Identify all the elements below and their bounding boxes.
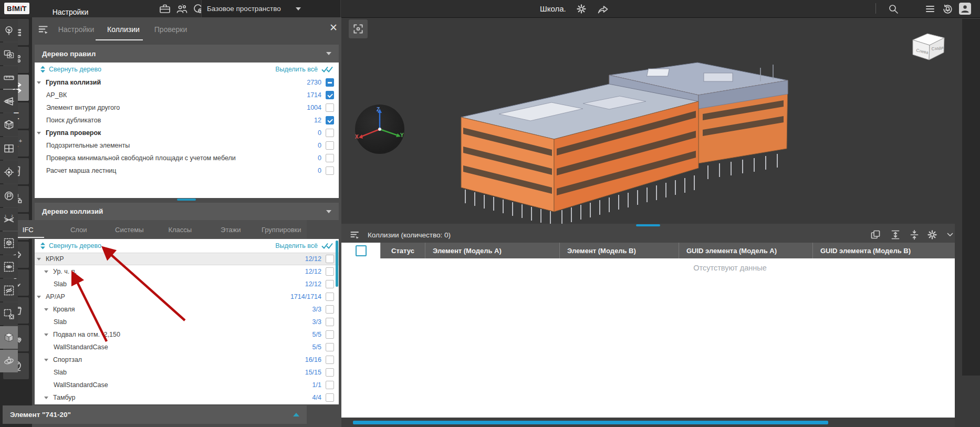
tree-item-checkbox[interactable] [326, 267, 334, 276]
expand-caret-icon[interactable] [44, 270, 48, 273]
tree-row[interactable]: Проверка минимальной свободной площади с… [35, 152, 339, 164]
tree-row[interactable]: Спортзал16/16 [35, 353, 339, 366]
expand-caret-icon[interactable] [44, 334, 48, 336]
sort-icon[interactable] [40, 66, 46, 73]
expand-caret-icon[interactable] [44, 308, 48, 311]
workspace-selector[interactable]: Базовое пространство [201, 0, 341, 17]
table-column-header[interactable]: Элемент (Модель B) [559, 243, 679, 258]
select-all-link[interactable]: Выделить всё [275, 66, 318, 73]
sort-icon[interactable] [40, 242, 46, 249]
element-bar[interactable]: Элемент "741-20" [3, 405, 307, 424]
tool-collision-axes-button[interactable]: 1 2 [0, 208, 18, 231]
panel-menu-icon[interactable] [350, 230, 360, 240]
tool-orbit-view-button[interactable] [0, 350, 18, 372]
table-column-header[interactable]: GUID элемента (Модель A) [679, 243, 812, 258]
search-icon[interactable] [888, 3, 899, 15]
tree-item-checkbox[interactable] [326, 356, 334, 364]
tree-item-checkbox[interactable] [326, 393, 334, 402]
tree-item-checkbox[interactable] [326, 78, 334, 87]
menu-list-icon[interactable] [924, 3, 936, 15]
tree-row[interactable]: Slab3/3 [35, 316, 339, 328]
expand-caret-icon[interactable] [37, 132, 41, 134]
rules-tree-header[interactable]: Дерево правил [35, 45, 339, 63]
tool-select-box-button[interactable] [0, 232, 18, 254]
tree-item-checkbox[interactable] [326, 343, 334, 351]
share-icon[interactable] [597, 3, 608, 15]
tree-tab-слои[interactable]: Слои [54, 220, 105, 239]
settings-icon[interactable] [926, 229, 938, 241]
panel-drag-handle[interactable] [636, 224, 660, 226]
tree-item-checkbox[interactable] [326, 91, 334, 99]
tree-tab-группировки[interactable]: Группировки [256, 220, 307, 239]
tree-row[interactable]: Расчет марша лестниц0 [35, 164, 339, 177]
tree-item-checkbox[interactable] [326, 381, 334, 389]
tree-item-checkbox[interactable] [326, 305, 334, 314]
tool-tree-view-button[interactable] [0, 19, 18, 41]
tree-row[interactable]: WallStandardCase5/5 [35, 341, 339, 353]
select-all-checkbox[interactable] [356, 245, 367, 256]
tool-shaded-view-button[interactable] [0, 326, 18, 349]
tool-clear-selection-button[interactable] [0, 303, 18, 325]
collapse-tree-link[interactable]: Свернуть дерево [49, 66, 101, 73]
collapse-rows-icon[interactable] [909, 229, 920, 241]
expand-caret-icon[interactable] [37, 258, 41, 261]
tab-kollizii[interactable]: Коллизии [100, 17, 147, 41]
tree-row[interactable]: Подвал на отм. -2,1505/5 [35, 328, 339, 341]
tree-tab-этажи[interactable]: Этажи [205, 220, 256, 239]
tree-item-checkbox[interactable] [326, 166, 334, 175]
team-icon[interactable] [175, 3, 189, 15]
expand-caret-icon[interactable] [37, 296, 41, 298]
table-column-header[interactable]: GUID элемента (Модель B) [812, 243, 955, 258]
tree-row[interactable]: Элемент внтури другого1004 [35, 101, 339, 114]
tree-item-checkbox[interactable] [326, 318, 334, 326]
tree-item-checkbox[interactable] [326, 116, 334, 124]
expand-caret-icon[interactable] [44, 359, 48, 361]
tree-row[interactable]: АР_ВК1714 [35, 89, 339, 101]
tree-item-checkbox[interactable] [326, 129, 334, 137]
tree-row[interactable]: КР/КР12/12 [35, 253, 339, 265]
expand-caret-icon[interactable] [44, 397, 48, 399]
fit-view-button[interactable] [349, 19, 368, 38]
tool-locate-button[interactable] [0, 161, 18, 183]
view-cube[interactable]: Слева Сзади [912, 32, 946, 63]
tool-section-plane-button[interactable] [0, 90, 18, 112]
tree-scrollbar[interactable] [336, 241, 338, 287]
tree-tab-системы[interactable]: Системы [104, 220, 155, 239]
tree-item-checkbox[interactable] [326, 154, 334, 162]
expand-caret-icon[interactable] [37, 81, 41, 84]
tree-row[interactable]: Кровля3/3 [35, 303, 339, 316]
tree-row[interactable]: Группа проверок0 [35, 127, 339, 139]
tree-item-checkbox[interactable] [326, 255, 334, 263]
user-avatar-icon[interactable] [959, 3, 971, 15]
collapse-tree-link[interactable]: Свернуть дерево [49, 242, 101, 249]
splitter-handle[interactable] [177, 199, 196, 201]
tree-item-checkbox[interactable] [326, 280, 334, 288]
tree-row[interactable]: WallStandardCase1/1 [35, 379, 339, 391]
notifications-sync-icon[interactable] [942, 3, 954, 15]
app-logo[interactable]: BiMiT [4, 3, 29, 14]
tool-clip-box-button[interactable] [0, 113, 18, 136]
project-settings-gear-icon[interactable] [576, 3, 587, 15]
tab-proverki[interactable]: Проверки [147, 17, 194, 41]
tree-row[interactable]: Slab12/12 [35, 278, 339, 290]
tree-row[interactable]: Подозрительные элементы0 [35, 139, 339, 152]
select-all-link[interactable]: Выделить всё [275, 242, 318, 249]
tool-zoom-to-selection-button[interactable] [0, 43, 18, 65]
tree-row[interactable]: АР/АР1714/1714 [35, 290, 339, 303]
tree-item-checkbox[interactable] [326, 368, 334, 377]
tool-flag-marker-button[interactable] [0, 184, 18, 207]
tool-floorplan-button[interactable] [0, 137, 18, 160]
duplicate-icon[interactable] [870, 229, 881, 241]
tree-tab-классы[interactable]: Классы [155, 220, 206, 239]
close-panel-icon[interactable]: ✕ [329, 24, 338, 32]
tool-hide-selected-button[interactable] [0, 279, 18, 301]
briefcase-icon[interactable] [159, 3, 171, 15]
tree-item-checkbox[interactable] [326, 141, 334, 150]
expand-rows-icon[interactable] [890, 229, 901, 241]
tree-row[interactable]: Ур. ч. п.12/12 [35, 265, 339, 278]
table-column-header[interactable]: Статус [380, 243, 425, 258]
tool-measure-button[interactable] [0, 66, 18, 89]
chevron-down-icon[interactable] [944, 229, 956, 241]
tool-show-selected-button[interactable] [0, 255, 18, 278]
tab-nastroyki[interactable]: Настройки [53, 17, 100, 41]
